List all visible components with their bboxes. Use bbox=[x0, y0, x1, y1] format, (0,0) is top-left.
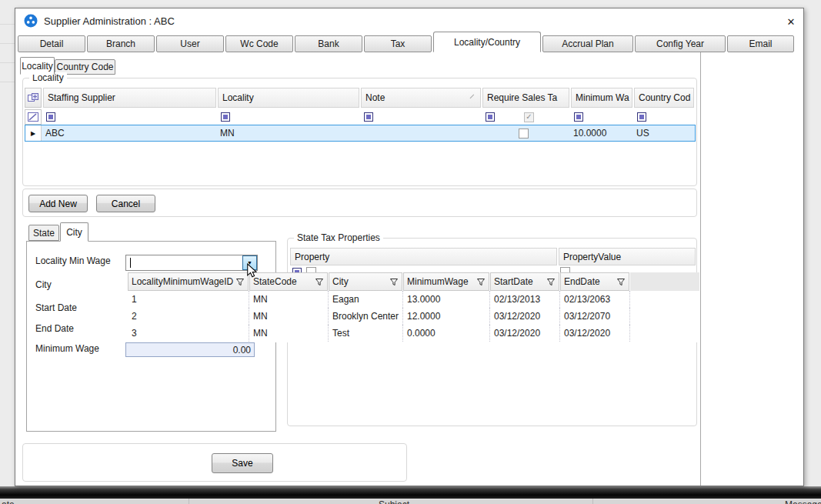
add-new-button[interactable]: Add New bbox=[28, 195, 88, 212]
column-header-country-cod[interactable]: Country Cod bbox=[634, 88, 694, 108]
page-right-border bbox=[700, 52, 701, 486]
close-button[interactable]: ✕ bbox=[782, 13, 800, 30]
dropdown-column-header-enddate[interactable]: EndDate bbox=[560, 272, 629, 291]
row-cell-locality[interactable]: MN bbox=[216, 125, 359, 141]
dropdown-row[interactable]: 1MNEagan13.000002/13/201302/13/2063 bbox=[128, 291, 699, 308]
state-tax-properties-label: State Tax Properties bbox=[294, 232, 383, 243]
dropdown-cell: 03/12/2020 bbox=[490, 325, 560, 342]
filter-funnel-icon[interactable] bbox=[546, 278, 556, 286]
tab-tax[interactable]: Tax bbox=[364, 35, 432, 52]
column-header-property[interactable]: Property bbox=[290, 248, 557, 265]
column-filter-icon[interactable] bbox=[46, 112, 55, 122]
actions-groupbox: Add New Cancel bbox=[22, 189, 697, 217]
desktop-background: ate Subject Message Supplier Administrat… bbox=[0, 0, 821, 504]
dropdown-row[interactable]: 2MNBrooklyn Center12.000003/12/202003/12… bbox=[128, 308, 699, 325]
locality-grid-selected-row[interactable]: ▶ABCMN10.0000US bbox=[25, 125, 696, 142]
filter-cell-locality bbox=[218, 109, 359, 125]
tab-locality[interactable]: Locality bbox=[20, 57, 55, 75]
locality-grid-header-row: Staffing SupplierLocalityNoteRequire Sal… bbox=[25, 88, 696, 108]
cancel-button[interactable]: Cancel bbox=[96, 195, 155, 212]
column-header-staffing-supplier[interactable]: Staffing Supplier bbox=[43, 88, 216, 108]
save-groupbox: Save bbox=[22, 443, 407, 482]
locality-min-wage-combobox[interactable]: ▼ bbox=[125, 255, 258, 271]
end-date-label: End Date bbox=[35, 323, 74, 334]
filter-cell-staffing-supplier bbox=[43, 109, 216, 125]
dropdown-column-header-startdate[interactable]: StartDate bbox=[490, 272, 559, 291]
select-all-corner[interactable] bbox=[25, 88, 42, 108]
filter-funnel-icon[interactable] bbox=[476, 278, 486, 286]
new-record-icon bbox=[27, 92, 39, 103]
column-header-label: Minimum Wa bbox=[576, 92, 629, 103]
tab-wc-code[interactable]: Wc Code bbox=[225, 35, 293, 52]
column-filter-icon[interactable] bbox=[637, 112, 646, 122]
tab-config-year[interactable]: Config Year bbox=[635, 35, 726, 52]
supplier-admin-window: Supplier Administration : ABC ✕ DetailBr… bbox=[15, 8, 804, 486]
filter-cell-minimum-wa bbox=[571, 109, 632, 125]
city-label: City bbox=[35, 279, 52, 290]
column-header-locality[interactable]: Locality bbox=[218, 88, 359, 108]
background-row-line bbox=[0, 62, 15, 63]
minimum-wage-input[interactable]: 0.00 bbox=[125, 342, 255, 357]
clear-filter-icon[interactable] bbox=[28, 112, 39, 122]
locality-min-wage-dropdown-popup: LocalityMinimumWageIDStateCodeCityMinimu… bbox=[128, 272, 699, 342]
tab-locality-country[interactable]: Locality/Country bbox=[433, 32, 541, 52]
filter-funnel-icon[interactable] bbox=[616, 278, 626, 286]
tab-accrual-plan[interactable]: Accrual Plan bbox=[542, 35, 633, 52]
column-header-note[interactable]: Note bbox=[361, 88, 481, 108]
dropdown-header-filler bbox=[630, 272, 699, 291]
locality-min-wage-label: Locality Min Wage bbox=[35, 255, 111, 266]
text-caret bbox=[130, 258, 131, 268]
main-tab-strip: DetailBranchUserWc CodeBankTaxLocality/C… bbox=[18, 32, 799, 52]
filter-funnel-icon[interactable] bbox=[389, 278, 399, 286]
save-button[interactable]: Save bbox=[212, 453, 273, 473]
column-header-label: PropertyValue bbox=[563, 252, 621, 262]
require-sales-tax-checkbox[interactable] bbox=[519, 129, 529, 139]
row-selector-arrow-icon: ▶ bbox=[31, 130, 35, 137]
tab-detail[interactable]: Detail bbox=[18, 35, 85, 52]
minimum-wage-label: Minimum Wage bbox=[35, 343, 99, 354]
column-filter-icon[interactable] bbox=[486, 112, 495, 122]
dropdown-cell: 1 bbox=[128, 291, 249, 308]
column-filter-icon[interactable] bbox=[221, 112, 230, 122]
column-filter-icon[interactable] bbox=[364, 112, 373, 122]
dropdown-cell: 12.0000 bbox=[403, 308, 490, 325]
row-cell-country-cod[interactable]: US bbox=[632, 125, 694, 141]
dropdown-row[interactable]: 3MNTest0.000003/12/202003/12/2020 bbox=[128, 325, 699, 342]
tab-email[interactable]: Email bbox=[727, 35, 794, 52]
row-cell-note[interactable] bbox=[359, 125, 481, 141]
background-row-line bbox=[0, 82, 15, 82]
tab-bank[interactable]: Bank bbox=[295, 35, 362, 52]
dropdown-cell: 03/12/2020 bbox=[490, 308, 560, 325]
column-header-require-sales-ta[interactable]: Require Sales Ta bbox=[482, 88, 569, 108]
dropdown-column-label: LocalityMinimumWageID bbox=[132, 276, 233, 287]
dropdown-column-label: City bbox=[332, 276, 349, 287]
dropdown-column-header-statecode[interactable]: StateCode bbox=[249, 272, 328, 291]
start-date-label: Start Date bbox=[35, 302, 77, 313]
dropdown-rows: 1MNEagan13.000002/13/201302/13/20632MNBr… bbox=[128, 291, 699, 342]
require-sales-tax-filter-checkbox[interactable]: ✓ bbox=[524, 112, 534, 122]
background-column-separator bbox=[592, 499, 593, 504]
dropdown-cell: 02/13/2013 bbox=[490, 291, 560, 308]
background-column-subject: Subject bbox=[379, 499, 409, 504]
dropdown-cell: 03/12/2020 bbox=[560, 325, 630, 342]
tab-branch[interactable]: Branch bbox=[87, 35, 155, 52]
filter-row-selector[interactable] bbox=[25, 109, 42, 125]
tab-city[interactable]: City bbox=[60, 222, 88, 242]
dropdown-column-label: EndDate bbox=[564, 276, 600, 287]
filter-funnel-icon[interactable] bbox=[315, 278, 324, 286]
dropdown-column-header-minimumwage[interactable]: MinimumWage bbox=[403, 272, 489, 291]
row-cell-staffing-supplier[interactable]: ABC bbox=[42, 125, 216, 141]
column-filter-icon[interactable] bbox=[574, 112, 583, 122]
filter-funnel-icon[interactable] bbox=[235, 278, 245, 286]
dropdown-column-header-city[interactable]: City bbox=[329, 272, 402, 291]
dropdown-cell: 13.0000 bbox=[403, 291, 490, 308]
column-header-propertyvalue[interactable]: PropertyValue bbox=[559, 248, 696, 265]
column-header-minimum-wa[interactable]: Minimum Wa bbox=[571, 88, 632, 108]
tab-state[interactable]: State bbox=[28, 225, 59, 241]
column-header-label: Property bbox=[295, 252, 329, 262]
row-cell-minimum-wa[interactable]: 10.0000 bbox=[569, 125, 632, 141]
column-header-label: Country Cod bbox=[639, 92, 690, 103]
row-cell-require-sales-ta[interactable] bbox=[481, 125, 569, 141]
tab-user[interactable]: User bbox=[156, 35, 224, 52]
dropdown-column-header-localityminimumwageid[interactable]: LocalityMinimumWageID bbox=[128, 272, 249, 291]
